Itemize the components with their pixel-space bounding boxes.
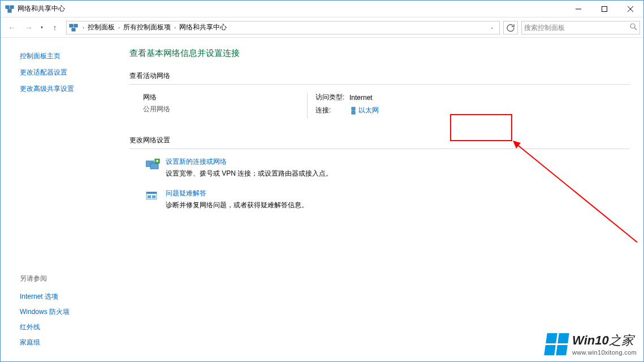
page-heading: 查看基本网络信息并设置连接 <box>129 48 630 59</box>
see-also-section: 另请参阅 Internet 选项 Windows 防火墙 红外线 家庭组 <box>1 274 119 361</box>
change-settings-heading: 更改网络设置 <box>129 136 630 149</box>
option-new-connection-title[interactable]: 设置新的连接或网络 <box>166 157 332 167</box>
minimize-button[interactable] <box>565 1 591 17</box>
active-network-block: 网络 公用网络 访问类型: Internet 连接: <box>143 93 630 119</box>
see-also-infrared[interactable]: 红外线 <box>20 320 119 335</box>
address-dropdown-icon[interactable]: ⌄ <box>487 25 497 30</box>
ethernet-icon <box>349 107 357 115</box>
sidebar-link-sharing[interactable]: 更改高级共享设置 <box>1 81 119 97</box>
active-networks-heading: 查看活动网络 <box>129 71 630 85</box>
svg-rect-0 <box>6 6 9 8</box>
up-button[interactable]: ↑ <box>47 20 63 36</box>
access-type-value: Internet <box>349 94 373 102</box>
search-input[interactable] <box>524 24 630 32</box>
svg-rect-7 <box>70 24 73 27</box>
app-icon <box>5 5 14 14</box>
main-content: 查看基本网络信息并设置连接 查看活动网络 网络 公用网络 访问类型: Inter… <box>119 38 643 361</box>
svg-rect-1 <box>10 6 14 8</box>
option-troubleshoot-title[interactable]: 问题疑难解答 <box>166 189 308 198</box>
breadcrumb-item[interactable]: 控制面板 <box>87 23 116 32</box>
see-also-heading: 另请参阅 <box>20 274 119 284</box>
access-type-label: 访问类型: <box>315 93 349 102</box>
sidebar: 控制面板主页 更改适配器设置 更改高级共享设置 另请参阅 Internet 选项… <box>1 38 119 361</box>
option-troubleshoot-desc: 诊断并修复网络问题，或者获得疑难解答信息。 <box>166 200 308 210</box>
svg-rect-12 <box>352 107 355 110</box>
option-new-connection-desc: 设置宽带、拨号或 VPN 连接；或设置路由器或接入点。 <box>166 169 332 178</box>
svg-rect-4 <box>602 6 607 11</box>
svg-rect-8 <box>74 24 77 27</box>
see-also-homegroup[interactable]: 家庭组 <box>20 335 119 350</box>
navbar: ← → ▾ ↑ › 控制面板 › 所有控制面板项 › 网络和共享中心 ⌄ <box>1 18 643 38</box>
svg-rect-22 <box>148 195 151 198</box>
see-also-internet-options[interactable]: Internet 选项 <box>20 289 119 304</box>
maximize-button[interactable] <box>591 1 617 17</box>
forward-button[interactable]: → <box>21 20 37 36</box>
see-also-firewall[interactable]: Windows 防火墙 <box>20 304 119 320</box>
breadcrumb-item[interactable]: 所有控制面板项 <box>122 23 172 32</box>
address-bar[interactable]: › 控制面板 › 所有控制面板项 › 网络和共享中心 ⌄ <box>66 21 500 34</box>
breadcrumb-item[interactable]: 网络和共享中心 <box>178 23 228 32</box>
option-troubleshoot[interactable]: 问题疑难解答 诊断并修复网络问题，或者获得疑难解答信息。 <box>145 189 630 210</box>
window-title: 网络和共享中心 <box>18 4 65 14</box>
svg-rect-2 <box>8 10 11 12</box>
sidebar-link-adapter[interactable]: 更改适配器设置 <box>1 64 119 81</box>
history-dropdown[interactable]: ▾ <box>38 20 46 36</box>
new-connection-icon <box>145 157 161 173</box>
troubleshoot-icon <box>145 189 161 204</box>
svg-rect-16 <box>150 163 158 169</box>
svg-point-10 <box>630 24 635 28</box>
svg-rect-21 <box>146 192 157 194</box>
sidebar-link-home[interactable]: 控制面板主页 <box>1 48 119 64</box>
svg-line-11 <box>634 28 637 30</box>
chevron-right-icon[interactable]: › <box>116 25 122 30</box>
titlebar: 网络和共享中心 <box>1 1 643 18</box>
chevron-right-icon[interactable]: › <box>172 25 178 30</box>
back-button[interactable]: ← <box>4 20 20 36</box>
svg-rect-13 <box>352 111 355 114</box>
search-icon <box>630 23 637 32</box>
svg-rect-9 <box>72 28 75 31</box>
svg-rect-23 <box>152 195 155 198</box>
address-icon <box>69 23 78 32</box>
network-type: 公用网络 <box>143 104 307 114</box>
connection-link-text: 以太网 <box>358 106 379 115</box>
search-box[interactable] <box>521 21 640 34</box>
refresh-button[interactable] <box>503 21 518 34</box>
network-name: 网络 <box>143 93 307 102</box>
close-button[interactable] <box>617 1 643 17</box>
connection-label: 连接: <box>315 106 349 115</box>
option-new-connection[interactable]: 设置新的连接或网络 设置宽带、拨号或 VPN 连接；或设置路由器或接入点。 <box>145 157 630 178</box>
connection-link[interactable]: 以太网 <box>349 106 379 115</box>
chevron-right-icon[interactable]: › <box>80 25 87 30</box>
